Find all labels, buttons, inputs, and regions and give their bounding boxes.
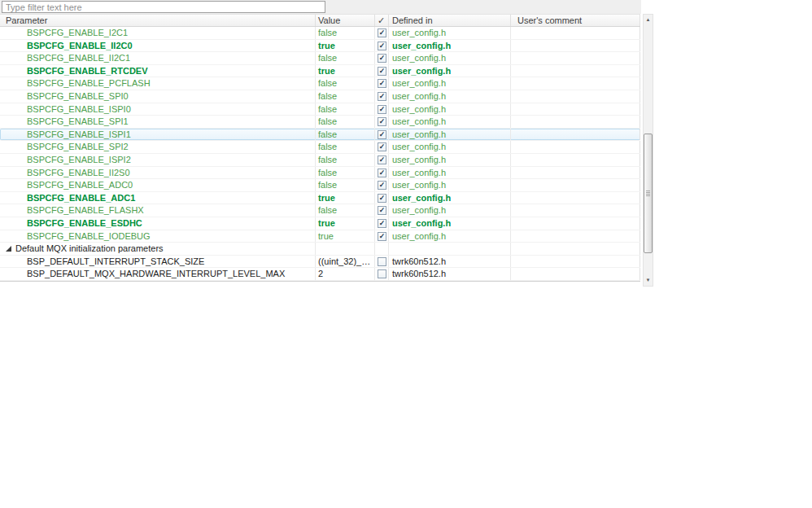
defined-in-cell: user_config.h (389, 90, 511, 103)
parameter-name: BSPCFG_ENABLE_ADC0 (27, 180, 133, 190)
checkbox-checked[interactable]: ✓ (378, 92, 386, 101)
scrollbar-thumb[interactable] (644, 134, 653, 253)
table-row[interactable]: BSPCFG_ENABLE_II2S0false✓user_config.h (0, 167, 640, 180)
defined-in-cell: user_config.h (389, 27, 511, 39)
checkbox-checked[interactable]: ✓ (378, 67, 386, 76)
filter-input[interactable] (2, 1, 325, 13)
value-cell: false (316, 179, 375, 191)
value-cell: true (316, 192, 375, 204)
scrollbar-grip-icon (646, 190, 650, 196)
table-row[interactable]: BSPCFG_ENABLE_ADC1true✓user_config.h (0, 192, 640, 205)
expander-expanded-icon[interactable] (6, 243, 11, 248)
column-header-users-comment[interactable]: User's comment (511, 15, 640, 26)
parameter-cell: BSPCFG_ENABLE_ISPI2 (0, 154, 316, 166)
parameter-cell: BSPCFG_ENABLE_ISPI1 (0, 129, 316, 141)
parameter-cell: BSPCFG_ENABLE_II2C0 (0, 40, 316, 52)
table-row[interactable]: BSPCFG_ENABLE_II2C1false✓user_config.h (0, 52, 640, 65)
parameter-name: BSPCFG_ENABLE_II2S0 (27, 168, 130, 177)
checkbox-checked[interactable]: ✓ (378, 206, 386, 215)
table-row[interactable]: BSPCFG_ENABLE_FLASHXfalse✓user_config.h (0, 204, 640, 217)
table-row[interactable]: BSPCFG_ENABLE_ISPI0false✓user_config.h (0, 103, 640, 116)
defined-in-cell: user_config.h (389, 116, 511, 128)
scroll-down-icon[interactable]: ▼ (644, 275, 653, 286)
table-row[interactable]: BSPCFG_ENABLE_I2C1false✓user_config.h (0, 27, 640, 40)
table-row[interactable]: BSPCFG_ENABLE_ESDHCtrue✓user_config.h (0, 217, 640, 230)
table-row[interactable]: BSPCFG_ENABLE_IODEBUGtrue✓user_config.h (0, 230, 640, 243)
check-cell: ✓ (375, 90, 389, 103)
checkbox-checked[interactable]: ✓ (378, 117, 386, 126)
parameter-name: BSPCFG_ENABLE_SPI1 (27, 116, 129, 126)
comment-cell (511, 116, 640, 128)
value-cell: true (316, 65, 375, 77)
defined-in-cell: twrk60n512.h (389, 256, 511, 268)
defined-in-cell: user_config.h (389, 204, 511, 217)
scroll-up-icon[interactable]: ▲ (644, 15, 653, 25)
value-cell (316, 243, 375, 255)
checkbox-checked[interactable]: ✓ (378, 28, 386, 37)
checkbox-checked[interactable]: ✓ (378, 169, 386, 177)
parameter-cell: BSP_DEFAULT_MQX_HARDWARE_INTERRUPT_LEVEL… (0, 268, 316, 280)
parameter-name: BSPCFG_ENABLE_ISPI0 (27, 104, 131, 114)
parameter-name: Default MQX initialization parameters (15, 243, 164, 253)
checkbox-checked[interactable]: ✓ (378, 181, 386, 190)
parameter-name: BSP_DEFAULT_INTERRUPT_STACK_SIZE (27, 256, 204, 266)
value-cell: true (316, 230, 375, 243)
parameter-cell: BSPCFG_ENABLE_RTCDEV (0, 65, 316, 77)
value-cell: false (316, 204, 375, 217)
check-cell: ✓ (375, 230, 389, 243)
checkbox-checked[interactable]: ✓ (378, 105, 386, 114)
table-row[interactable]: BSPCFG_ENABLE_ISPI1false✓user_config.h (0, 129, 640, 142)
parameter-cell: BSPCFG_ENABLE_SPI0 (0, 90, 316, 103)
table-row[interactable]: BSP_DEFAULT_MQX_HARDWARE_INTERRUPT_LEVEL… (0, 268, 640, 281)
comment-cell (511, 129, 640, 141)
checkbox-checked[interactable]: ✓ (378, 232, 386, 241)
defined-in-cell: user_config.h (389, 167, 511, 179)
parameter-cell: BSPCFG_ENABLE_PCFLASH (0, 77, 316, 90)
comment-cell (511, 192, 640, 204)
value-cell: false (316, 103, 375, 116)
table-row[interactable]: BSP_DEFAULT_INTERRUPT_STACK_SIZE((uint_3… (0, 256, 640, 269)
comment-cell (511, 268, 640, 280)
table-row[interactable]: BSPCFG_ENABLE_SPI1false✓user_config.h (0, 116, 640, 129)
checkbox-checked[interactable]: ✓ (378, 42, 386, 50)
table-row[interactable]: BSPCFG_ENABLE_PCFLASHfalse✓user_config.h (0, 77, 640, 90)
parameter-cell: BSPCFG_ENABLE_ADC0 (0, 179, 316, 191)
defined-in-cell: user_config.h (389, 65, 511, 77)
check-cell: ✓ (375, 40, 389, 52)
column-header-check-icon[interactable]: ✓ (375, 15, 389, 26)
table-row[interactable]: BSPCFG_ENABLE_SPI2false✓user_config.h (0, 141, 640, 154)
comment-cell (511, 243, 640, 255)
parameter-name: BSPCFG_ENABLE_RTCDEV (27, 66, 148, 76)
checkbox-checked[interactable]: ✓ (378, 194, 386, 203)
check-cell: ✓ (375, 179, 389, 191)
check-cell: ✓ (375, 141, 389, 153)
checkbox-unchecked[interactable] (378, 257, 386, 266)
defined-in-cell: user_config.h (389, 217, 511, 230)
checkbox-checked[interactable]: ✓ (378, 142, 386, 151)
value-cell: false (316, 52, 375, 64)
check-cell: ✓ (375, 204, 389, 217)
checkbox-checked[interactable]: ✓ (378, 54, 386, 63)
parameter-cell: BSPCFG_ENABLE_FLASHX (0, 204, 316, 217)
table-row[interactable]: BSPCFG_ENABLE_RTCDEVtrue✓user_config.h (0, 65, 640, 78)
table-row[interactable]: BSPCFG_ENABLE_ISPI2false✓user_config.h (0, 154, 640, 167)
column-header-defined-in[interactable]: Defined in (389, 15, 511, 26)
table-row[interactable]: BSPCFG_ENABLE_II2C0true✓user_config.h (0, 40, 640, 53)
value-cell: false (316, 154, 375, 166)
checkbox-unchecked[interactable] (378, 269, 386, 278)
column-header-parameter[interactable]: Parameter (0, 15, 316, 26)
vertical-scrollbar[interactable]: ▲ ▼ (643, 14, 653, 287)
table-row[interactable]: BSPCFG_ENABLE_ADC0false✓user_config.h (0, 179, 640, 192)
checkbox-checked[interactable]: ✓ (378, 155, 386, 164)
comment-cell (511, 217, 640, 230)
check-cell: ✓ (375, 129, 389, 141)
check-cell: ✓ (375, 77, 389, 90)
checkbox-checked[interactable]: ✓ (378, 219, 386, 228)
parameter-name: BSPCFG_ENABLE_PCFLASH (27, 78, 151, 88)
comment-cell (511, 52, 640, 64)
checkbox-checked[interactable]: ✓ (378, 130, 386, 139)
table-row[interactable]: BSPCFG_ENABLE_SPI0false✓user_config.h (0, 90, 640, 103)
checkbox-checked[interactable]: ✓ (378, 79, 386, 88)
group-row[interactable]: Default MQX initialization parameters (0, 243, 640, 256)
column-header-value[interactable]: Value (316, 15, 375, 26)
